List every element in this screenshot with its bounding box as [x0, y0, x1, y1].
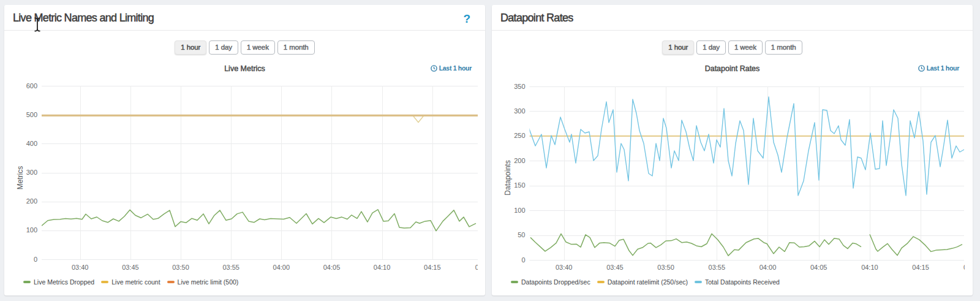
svg-text:03:40: 03:40: [72, 264, 89, 271]
svg-text:04:05: 04:05: [810, 264, 827, 271]
svg-text:03:45: 03:45: [606, 264, 624, 271]
svg-text:04:05: 04:05: [323, 264, 341, 271]
svg-text:04:00: 04:00: [760, 264, 777, 271]
svg-text:03:55: 03:55: [222, 264, 239, 271]
svg-text:03:55: 03:55: [709, 264, 726, 271]
svg-text:03:50: 03:50: [657, 264, 674, 271]
svg-text:03:50: 03:50: [172, 264, 189, 271]
svg-text:03:40: 03:40: [556, 264, 573, 271]
svg-text:04:15: 04:15: [912, 264, 929, 271]
svg-text:04:10: 04:10: [861, 264, 878, 271]
svg-text:100: 100: [26, 226, 37, 234]
svg-text:03:45: 03:45: [122, 264, 139, 271]
svg-text:350: 350: [514, 83, 525, 90]
svg-text:04:20: 04:20: [963, 264, 973, 271]
svg-text:04:00: 04:00: [273, 264, 290, 271]
svg-text:300: 300: [514, 107, 525, 115]
svg-text:50: 50: [518, 231, 525, 238]
svg-text:0: 0: [521, 256, 525, 264]
svg-text:04:15: 04:15: [424, 264, 441, 271]
svg-text:300: 300: [26, 169, 37, 176]
svg-text:150: 150: [514, 181, 525, 189]
svg-text:0: 0: [34, 256, 37, 263]
svg-text:500: 500: [26, 111, 37, 118]
svg-text:04:10: 04:10: [374, 264, 391, 271]
svg-text:600: 600: [26, 82, 37, 90]
svg-text:Datapoints: Datapoints: [503, 160, 512, 195]
svg-text:200: 200: [514, 157, 525, 164]
svg-text:200: 200: [26, 197, 37, 205]
svg-text:Metrics: Metrics: [16, 166, 24, 190]
svg-text:100: 100: [514, 207, 525, 214]
svg-text:04:20: 04:20: [475, 264, 485, 271]
svg-text:400: 400: [26, 140, 37, 147]
svg-text:250: 250: [514, 132, 525, 139]
